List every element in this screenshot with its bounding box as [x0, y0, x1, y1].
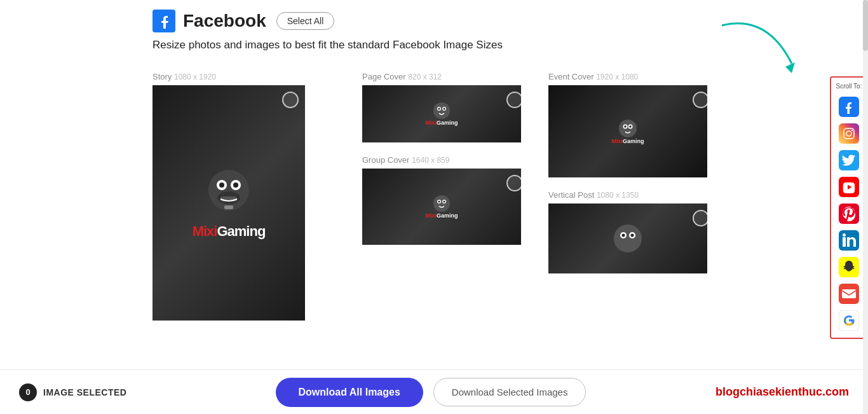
svg-point-19 — [619, 120, 637, 137]
download-all-button[interactable]: Download All Images — [276, 378, 423, 407]
svg-point-4 — [219, 183, 224, 188]
page-title: Facebook — [183, 11, 266, 31]
mini-face2-icon — [433, 195, 451, 212]
group-cover-logo: MixiGaming — [425, 195, 458, 219]
story-label: Story 1080 x 1920 — [153, 72, 343, 81]
scroll-pinterest-icon[interactable] — [831, 200, 867, 227]
svg-point-34 — [851, 130, 853, 131]
scroll-to-label: Scroll To: — [831, 81, 867, 93]
arrow-decoration-icon — [709, 13, 811, 83]
svg-point-27 — [622, 234, 625, 237]
mini-face3-icon — [618, 119, 637, 138]
svg-point-23 — [629, 125, 631, 127]
vertical-post-wrapper — [548, 204, 715, 273]
bottom-bar: 0 IMAGE SELECTED Download All Images Dow… — [0, 369, 868, 414]
mid-column: Page Cover 820 x 312 MixiGami — [362, 63, 529, 273]
mini-face-icon — [433, 102, 451, 120]
story-image: MixiGaming — [153, 85, 305, 321]
event-cover-checkbox[interactable] — [693, 92, 709, 108]
count-badge: 0 — [19, 383, 37, 401]
scroll-sidebar: Scroll To: — [830, 76, 868, 339]
blog-watermark: blogchiasekienthuc.com — [715, 385, 849, 399]
scroll-twitter-icon[interactable] — [831, 147, 867, 174]
scrollbar-thumb[interactable] — [863, 0, 868, 51]
story-section: Story 1080 x 1920 — [153, 63, 343, 321]
page-cover-image: MixiGaming — [362, 85, 521, 142]
scroll-linkedin-icon[interactable] — [831, 227, 867, 254]
facebook-logo-icon — [153, 10, 175, 32]
event-cover-logo: MixiGaming — [611, 119, 644, 144]
bottom-buttons: Download All Images Download Selected Im… — [156, 378, 705, 407]
vertical-post-checkbox[interactable] — [693, 210, 709, 226]
group-cover-wrapper: MixiGaming — [362, 169, 529, 245]
selected-count-area: 0 IMAGE SELECTED — [19, 383, 146, 401]
group-cover-image: MixiGaming — [362, 169, 521, 245]
scroll-snapchat-icon[interactable] — [831, 254, 867, 280]
watermark-text: blogchiasekienthuc.com — [715, 385, 849, 398]
svg-point-18 — [444, 201, 445, 203]
svg-point-17 — [438, 201, 440, 203]
mixi-text: MixiGaming — [193, 223, 266, 240]
scroll-youtube-icon[interactable] — [831, 174, 867, 200]
svg-point-40 — [843, 233, 846, 237]
download-selected-button[interactable]: Download Selected Images — [433, 378, 587, 406]
mixi-logo: MixiGaming — [193, 166, 266, 240]
svg-point-28 — [631, 234, 634, 237]
svg-rect-43 — [842, 289, 856, 298]
svg-point-5 — [233, 183, 238, 188]
scroll-google-icon[interactable] — [831, 307, 867, 334]
svg-point-14 — [433, 195, 450, 212]
group-cover-label: Group Cover 1640 x 859 — [362, 155, 529, 165]
vertical-post-image — [548, 204, 707, 273]
event-cover-wrapper: MixiGaming — [548, 85, 715, 177]
mixi-face-icon — [200, 166, 257, 223]
story-checkbox[interactable] — [282, 92, 299, 108]
svg-marker-29 — [785, 62, 795, 73]
scrollbar[interactable] — [863, 0, 868, 414]
scroll-instagram-icon[interactable] — [831, 120, 867, 147]
svg-rect-8 — [224, 205, 233, 209]
vertical-post-label: Vertical Post 1080 x 1350 — [548, 190, 715, 200]
main-content: Story 1080 x 1920 — [0, 63, 868, 321]
scroll-arrow — [709, 13, 811, 85]
svg-point-24 — [614, 224, 642, 252]
svg-point-1 — [208, 170, 249, 210]
page-cover-checkbox[interactable] — [506, 92, 523, 108]
right-column: Event Cover 1920 x 1080 MixiG — [548, 63, 715, 273]
images-grid: Story 1080 x 1920 — [153, 63, 715, 321]
svg-point-9 — [433, 102, 450, 119]
group-cover-checkbox[interactable] — [506, 175, 523, 191]
event-cover-image: MixiGaming — [548, 85, 707, 177]
selected-label: IMAGE SELECTED — [43, 387, 126, 397]
svg-rect-36 — [839, 177, 859, 197]
svg-point-22 — [624, 125, 626, 127]
svg-rect-39 — [843, 237, 846, 247]
page-cover-logo: MixiGaming — [425, 102, 458, 126]
page-cover-label: Page Cover 820 x 312 — [362, 72, 529, 81]
svg-rect-31 — [839, 123, 859, 144]
event-cover-label: Event Cover 1920 x 1080 — [548, 72, 715, 81]
story-image-wrapper: MixiGaming — [153, 85, 305, 321]
vertical-face-icon — [612, 223, 644, 254]
scroll-facebook-icon[interactable] — [831, 93, 867, 120]
scroll-email-icon[interactable] — [831, 280, 867, 307]
select-all-button[interactable]: Select All — [276, 12, 335, 30]
page-cover-wrapper: MixiGaming — [362, 85, 529, 142]
svg-point-13 — [444, 108, 445, 110]
svg-point-12 — [438, 108, 440, 110]
